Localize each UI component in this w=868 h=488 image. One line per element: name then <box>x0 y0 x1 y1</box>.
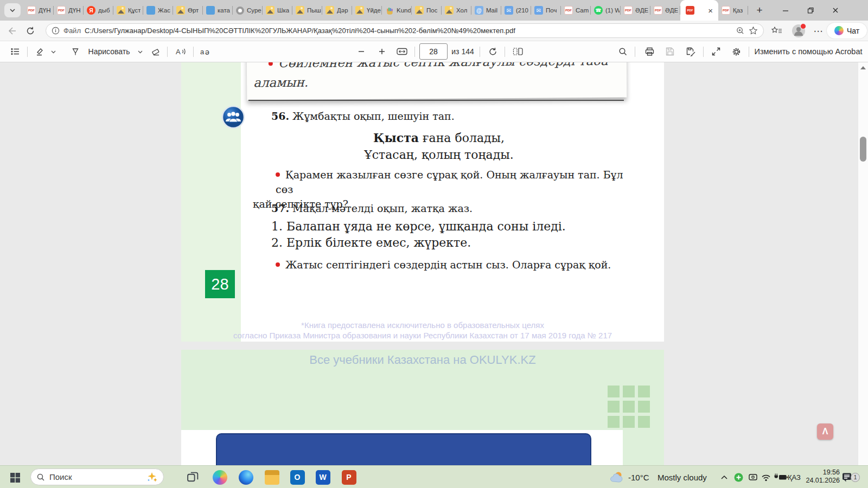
tab[interactable]: ката <box>203 0 233 21</box>
copilot-chat-button[interactable]: Чат <box>827 23 867 38</box>
save-button[interactable] <box>661 41 679 62</box>
favorite-star-icon[interactable] <box>749 26 758 35</box>
taskbar-app-word[interactable]: W <box>315 470 331 485</box>
tab-title: Хол <box>456 7 467 14</box>
draw-dropdown[interactable] <box>135 41 145 62</box>
tab[interactable]: PDFДҮН <box>24 0 54 21</box>
search-document-button[interactable] <box>614 41 631 62</box>
tab[interactable]: Хол <box>442 0 471 21</box>
edit-with-acrobat-button[interactable]: Изменить с помощью Acrobat <box>754 41 863 62</box>
weather-condition[interactable]: Mostly cloudy <box>658 466 707 488</box>
tab-bar: PDFДҮНPDFДҮНЯдыбҚұстЖасӨрткатаСуреШкаПыш… <box>0 0 868 21</box>
tray-clock[interactable]: 19:56 24.01.2026 <box>802 468 840 485</box>
new-tab-button[interactable]: + <box>752 3 767 17</box>
refresh-button[interactable] <box>24 24 37 37</box>
rotate-button[interactable] <box>484 41 501 62</box>
window-restore-button[interactable] <box>798 0 823 21</box>
page-view-button[interactable] <box>509 41 527 62</box>
highlighter-button[interactable] <box>31 41 48 62</box>
draw-pen-button[interactable] <box>68 41 83 62</box>
tray-wifi-icon[interactable] <box>760 466 773 488</box>
page-number-input[interactable] <box>419 43 448 60</box>
favorites-bar-button[interactable] <box>770 24 783 37</box>
taskbar-search-box[interactable]: Поиск <box>30 468 164 485</box>
scrollbar-thumb[interactable] <box>860 137 866 162</box>
toc-button[interactable] <box>7 41 24 62</box>
read-aloud-button[interactable]: A <box>171 41 190 62</box>
window-close-button[interactable] <box>823 0 848 21</box>
print-button[interactable] <box>640 41 659 62</box>
weather-temperature[interactable]: -10°C <box>628 466 649 488</box>
tab[interactable]: @Mail <box>471 0 501 21</box>
tray-antivirus-icon[interactable] <box>731 466 745 488</box>
tab[interactable]: Өрт <box>173 0 203 21</box>
tab[interactable]: PDFДҮН <box>54 0 84 21</box>
tab[interactable]: Ядыб <box>84 0 113 21</box>
tab[interactable]: PDFCam <box>561 0 591 21</box>
tab-search-chevron-button[interactable] <box>4 3 21 17</box>
tab[interactable]: Пыш <box>292 0 322 21</box>
pdf-settings-button[interactable] <box>727 41 745 62</box>
red-bullet <box>269 62 273 66</box>
taskbar-app-file-explorer[interactable] <box>264 470 280 485</box>
zoom-in-button[interactable] <box>374 41 390 62</box>
url-field[interactable]: Файл C:/Users/Гулжанар/Desktop/4-СЫНЫП%2… <box>46 23 764 38</box>
zoom-page-icon[interactable] <box>736 26 745 35</box>
acrobat-floating-button[interactable]: Λ <box>817 423 833 440</box>
notification-count-badge[interactable]: 1 <box>851 473 860 482</box>
fit-width-button[interactable] <box>394 41 410 62</box>
eraser-button[interactable] <box>148 41 164 62</box>
tab-title: ӘДЕ <box>665 7 678 14</box>
toolbar-separator <box>193 47 194 57</box>
tab[interactable]: Құст <box>113 0 143 21</box>
draw-label[interactable]: Нарисовать <box>83 41 135 62</box>
pdf-viewport[interactable]: Сөйлемнен жатыс септік жалғаулы сөздерді… <box>0 62 868 465</box>
tray-language-indicator[interactable]: ҚАЗ <box>786 466 803 488</box>
tab-title: Қаз <box>733 7 743 14</box>
taskbar-app-copilot[interactable] <box>212 470 228 485</box>
save-as-button[interactable] <box>681 41 700 62</box>
tab[interactable]: PDFӘДЕ <box>650 0 680 21</box>
browser-menu-button[interactable]: ⋯ <box>812 24 825 37</box>
toolbar-separator <box>480 47 480 57</box>
tab[interactable]: Kund <box>382 0 412 21</box>
read-aloud-icon: A <box>175 47 186 56</box>
tab[interactable]: PDFҚаз <box>718 0 748 21</box>
tab[interactable]: Дәр <box>322 0 352 21</box>
taskbar-app-outlook[interactable]: O <box>289 470 305 485</box>
tab[interactable]: Үйде <box>352 0 382 21</box>
taskbar-app-edge[interactable] <box>238 470 254 485</box>
tab[interactable]: Жас <box>143 0 173 21</box>
tab[interactable]: ☎(1) W <box>591 0 621 21</box>
zoom-out-button[interactable] <box>354 41 369 62</box>
tab[interactable]: PDFӘДЕ <box>621 0 650 21</box>
tab[interactable]: Пос <box>412 0 442 21</box>
taskbar-app-powerpoint[interactable]: P <box>341 470 357 485</box>
translate-button[interactable]: aә <box>197 41 217 62</box>
tray-camera-icon[interactable] <box>746 466 761 488</box>
weather-icon[interactable] <box>609 470 625 484</box>
taskbar-app-task-view[interactable] <box>184 470 201 485</box>
copyright-line-2: согласно Приказа Министра образования и … <box>181 331 664 340</box>
tab-active[interactable]: PDF× <box>680 0 718 21</box>
copilot-app-icon <box>213 470 227 485</box>
scroll-up-icon[interactable] <box>860 66 866 69</box>
tab[interactable]: ✉(210 <box>501 0 531 21</box>
start-button[interactable] <box>8 470 23 485</box>
profile-avatar[interactable] <box>792 24 805 37</box>
proverb-2: 2. Ерлік білекте емес, жүректе. <box>271 236 471 249</box>
tab[interactable]: ✉Поч <box>531 0 561 21</box>
back-button[interactable] <box>5 24 18 37</box>
pdf-scrollbar[interactable] <box>858 62 868 465</box>
tray-expand-button[interactable] <box>717 466 731 488</box>
search-icon <box>36 473 45 481</box>
window-minimize-button[interactable] <box>773 0 798 21</box>
tab[interactable]: Суре <box>233 0 263 21</box>
tab-title: Cam <box>576 7 589 14</box>
favorites-list-icon <box>771 26 782 36</box>
fullscreen-button[interactable] <box>707 41 725 62</box>
tab-close-icon[interactable]: × <box>708 7 713 15</box>
tab-title: дыб <box>98 7 110 14</box>
tab[interactable]: Шка <box>263 0 292 21</box>
highlighter-dropdown[interactable] <box>48 41 59 62</box>
